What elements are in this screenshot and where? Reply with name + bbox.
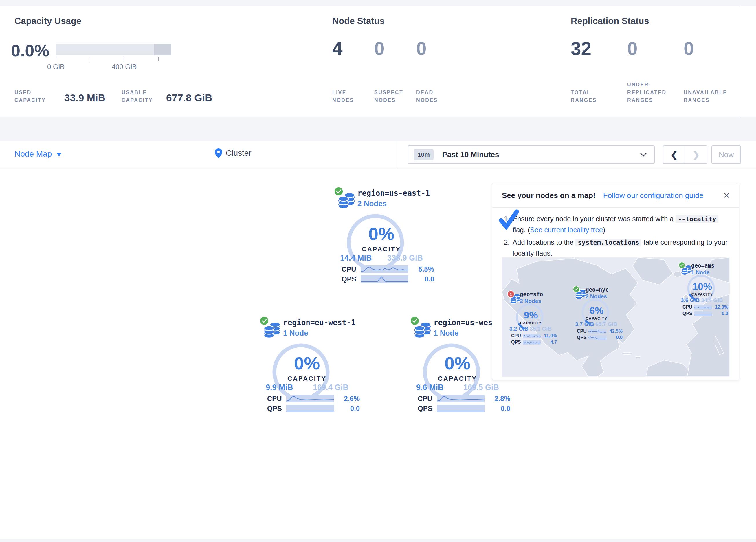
- qps-value: 4.7: [551, 340, 557, 345]
- time-range-dropdown[interactable]: 10m Past 10 Minutes: [408, 145, 655, 164]
- qps-metric-row: QPS 0.0: [577, 335, 623, 340]
- unavailable-label: UNAVAILABLE RANGES: [684, 89, 727, 104]
- qps-label: QPS: [342, 275, 358, 283]
- total-ranges-count: 32: [571, 38, 591, 59]
- breadcrumb[interactable]: Cluster: [215, 148, 252, 158]
- dead-nodes-count: 0: [416, 38, 427, 59]
- node-status-section: Node Status 4 0 0 LIVE NODES SUSPECT NOD…: [332, 6, 506, 117]
- warning-count-badge: 1: [507, 291, 515, 298]
- qps-value: 0.0: [616, 335, 623, 340]
- qps-sparkline: [523, 340, 541, 345]
- qps-metric-row: QPS 0.0: [342, 275, 434, 283]
- cpu-label: CPU: [577, 329, 588, 334]
- used-capacity-value: 33.9 MiB: [64, 92, 105, 104]
- qps-label: QPS: [682, 311, 694, 316]
- qps-value: 0.0: [501, 405, 510, 413]
- nodes-on-map-popup: See your nodes on a map! Follow our conf…: [492, 183, 739, 380]
- step-2-number: 2.: [504, 237, 513, 258]
- usable-capacity-label: USABLE CAPACITY: [122, 89, 153, 104]
- popup-header: See your nodes on a map! Follow our conf…: [492, 184, 739, 207]
- usable-capacity-value: 677.8 GiB: [166, 92, 212, 104]
- cpu-value: 2.6%: [344, 395, 360, 403]
- capacity-percent: 0%: [254, 353, 360, 374]
- node-count-label: 2 Nodes: [357, 199, 387, 208]
- capacity-percent: 9%: [506, 310, 556, 321]
- map-toolbar: Node Map Cluster 10m Past 10 Minutes ❮ ❯…: [0, 141, 756, 168]
- capacity-axis-tick: [90, 57, 90, 61]
- chevron-down-icon: [640, 153, 647, 157]
- view-selector-label: Node Map: [14, 149, 52, 158]
- capacity-usage-title: Capacity Usage: [14, 16, 81, 26]
- under-replicated-count: 0: [627, 38, 638, 59]
- capacity-bar: [56, 44, 171, 55]
- cpu-sparkline: [286, 395, 334, 403]
- qps-metric-row: QPS 0.0: [418, 405, 510, 413]
- replication-status-title: Replication Status: [571, 16, 649, 26]
- node-count-label: 1 Node: [283, 329, 308, 338]
- cpu-label: CPU: [682, 305, 694, 310]
- qps-sparkline: [437, 405, 485, 412]
- capacity-usage-section: Capacity Usage 0.0% 0 GiB 400 GiB USED C…: [14, 6, 234, 117]
- used-capacity: 9.9 MiB: [266, 383, 293, 392]
- qps-label: QPS: [267, 405, 284, 413]
- qps-metric-row: QPS 0.0: [682, 311, 728, 316]
- popup-title: See your nodes on a map!: [502, 191, 596, 200]
- step-1-text: Ensure every node in your cluster was st…: [513, 215, 676, 223]
- total-capacity: 169.4 GiB: [313, 383, 348, 392]
- stats-right-divider: [739, 6, 739, 117]
- capacity-caption: CAPACITY: [329, 245, 434, 253]
- under-replicated-label: UNDER- REPLICATED RANGES: [627, 81, 667, 104]
- capacity-percent: 10%: [677, 281, 727, 292]
- close-icon[interactable]: ✕: [723, 191, 730, 200]
- capacity-percent: 0.0%: [11, 41, 49, 60]
- capacity-axis-tick: [158, 57, 159, 61]
- cpu-label: CPU: [342, 265, 358, 273]
- geo-label: geo=sfo: [520, 291, 543, 297]
- region-label: region=us-east-1: [357, 189, 430, 197]
- cluster-stats-bar: Capacity Usage 0.0% 0 GiB 400 GiB USED C…: [0, 6, 756, 117]
- time-next-button[interactable]: ❯: [685, 146, 707, 163]
- node-count-label: 1 Node: [434, 329, 459, 338]
- qps-sparkline: [694, 311, 712, 316]
- capacity-caption: CAPACITY: [506, 321, 556, 325]
- cpu-metric-row: CPU 2.8%: [418, 395, 510, 403]
- time-prev-button[interactable]: ❮: [663, 146, 685, 163]
- capacity-axis-tick: [124, 57, 124, 61]
- qps-label: QPS: [577, 335, 588, 340]
- total-ranges-label: TOTAL RANGES: [571, 89, 597, 104]
- qps-metric-row: QPS 4.7: [511, 340, 557, 345]
- cpu-value: 11.0%: [544, 333, 557, 339]
- step-1: 1. Ensure every node in your cluster was…: [504, 213, 728, 235]
- cpu-sparkline: [437, 395, 485, 403]
- suspect-nodes-label: SUSPECT NODES: [374, 89, 403, 104]
- qps-value: 0.0: [722, 311, 728, 316]
- suspect-nodes-count: 0: [374, 38, 385, 59]
- capacity-caption: CAPACITY: [677, 293, 727, 297]
- breadcrumb-label: Cluster: [226, 148, 252, 158]
- healthy-check-icon: [573, 286, 580, 293]
- view-selector-dropdown[interactable]: Node Map: [14, 149, 62, 159]
- now-button[interactable]: Now: [711, 145, 741, 164]
- capacity-axis-label-400: 400 GiB: [112, 63, 137, 71]
- used-capacity: 3.2 GiB: [509, 326, 528, 332]
- locality-flag-code: --locality: [676, 215, 718, 223]
- cpu-value: 2.8%: [494, 395, 510, 403]
- total-capacity: 338.9 GiB: [387, 253, 423, 262]
- configuration-guide-link[interactable]: Follow our configuration guide: [603, 191, 704, 200]
- cpu-sparkline: [361, 265, 408, 273]
- node-map-page: Capacity Usage 0.0% 0 GiB 400 GiB USED C…: [0, 0, 756, 542]
- cpu-value: 12.3%: [715, 305, 728, 310]
- geo-label: geo=nyc: [586, 287, 609, 293]
- qps-sparkline: [286, 405, 334, 412]
- used-capacity: 3.7 GiB: [575, 321, 594, 328]
- capacity-axis-tick: [56, 57, 56, 61]
- cpu-label: CPU: [267, 395, 284, 403]
- replication-status-section: Replication Status 32 0 0 TOTAL RANGES U…: [571, 6, 739, 117]
- cpu-metric-row: CPU 42.5%: [577, 329, 623, 334]
- cpu-sparkline: [694, 305, 712, 310]
- locality-tree-link[interactable]: See current locality tree: [530, 226, 603, 234]
- capacity-caption: CAPACITY: [572, 317, 621, 321]
- step-2: 2. Add locations to the system.locations…: [504, 237, 728, 258]
- qps-label: QPS: [511, 340, 523, 345]
- capacity-bar-reserved-segment: [154, 44, 171, 55]
